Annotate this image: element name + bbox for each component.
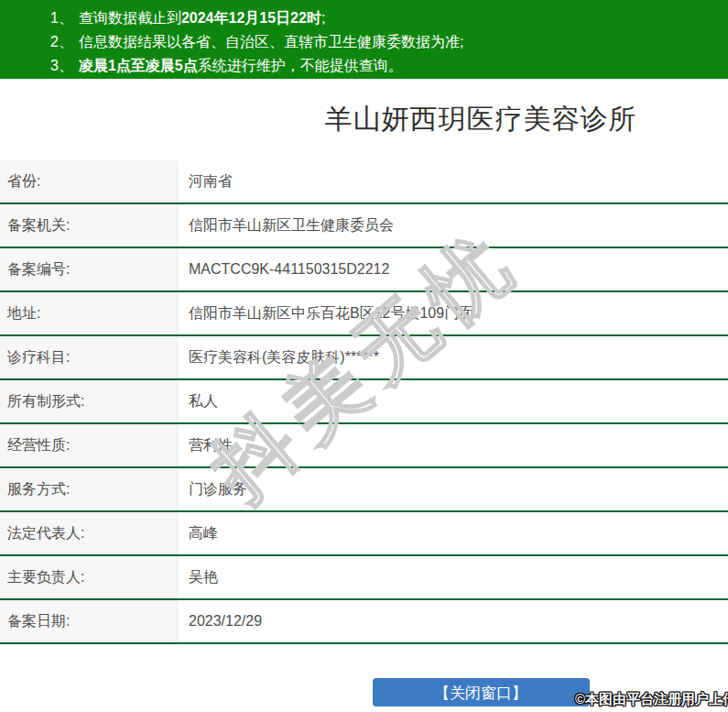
notice-text-bold: 2024年12月15日22时 [181, 10, 321, 26]
field-label: 备案编号: [0, 247, 178, 291]
field-label: 备案机关: [0, 203, 178, 247]
field-value: 营利性 [178, 423, 728, 467]
close-window-button[interactable]: 【关闭窗口】 [373, 678, 590, 707]
table-row: 诊疗科目:医疗美容科(美容皮肤科)****** [0, 335, 728, 379]
table-row: 服务方式:门诊服务 [0, 467, 728, 511]
table-row: 地址:信阳市羊山新区中乐百花B区12号楼109门面 [0, 291, 728, 335]
field-label: 诊疗科目: [0, 335, 178, 379]
field-label: 服务方式: [0, 467, 178, 511]
notice-number: 1、 [50, 10, 73, 26]
field-label: 所有制形式: [0, 379, 178, 423]
field-value: 吴艳 [178, 555, 728, 599]
table-row: 所有制形式:私人 [0, 379, 728, 423]
notice-text: 查询数据截止到 [79, 10, 181, 26]
field-label: 经营性质: [0, 423, 178, 467]
field-value: MACTCC9K-441150315D2212 [178, 247, 728, 291]
field-value: 高峰 [178, 511, 728, 555]
table-row: 备案编号:MACTCC9K-441150315D2212 [0, 247, 728, 291]
notice-text-bold: 凌晨1点至凌晨5点 [79, 58, 198, 73]
upload-note: ©本图由平台注册用户上传 [575, 691, 728, 708]
field-value: 河南省 [178, 160, 728, 203]
notice-line-2: 2、信息数据结果以各省、自治区、直辖市卫生健康委数据为准; [0, 30, 728, 54]
field-label: 地址: [0, 291, 178, 335]
field-label: 主要负责人: [0, 555, 178, 599]
page: 1、查询数据截止到2024年12月15日22时; 2、信息数据结果以各省、自治区… [0, 0, 728, 712]
field-label: 法定代表人: [0, 511, 178, 555]
notice-line-1: 1、查询数据截止到2024年12月15日22时; [0, 6, 728, 30]
table-row: 主要负责人:吴艳 [0, 555, 728, 599]
notice-number: 2、 [50, 34, 73, 49]
field-label: 省份: [0, 160, 178, 203]
table-row: 备案机关:信阳市羊山新区卫生健康委员会 [0, 203, 728, 247]
title-row: 羊山妍西玥医疗美容诊所 [0, 103, 728, 136]
notice-text: 信息数据结果以各省、自治区、直辖市卫生健康委数据为准; [79, 34, 463, 49]
field-value: 信阳市羊山新区中乐百花B区12号楼109门面 [178, 291, 728, 335]
page-title: 羊山妍西玥医疗美容诊所 [325, 104, 637, 134]
notice-text: 系统进行维护，不能提供查询。 [198, 58, 403, 73]
field-value: 医疗美容科(美容皮肤科)****** [178, 335, 728, 379]
notice-number: 3、 [50, 58, 73, 73]
field-value: 私人 [178, 379, 728, 423]
notice-text: ; [321, 10, 325, 26]
field-label: 备案日期: [0, 599, 178, 643]
notice-banner: 1、查询数据截止到2024年12月15日22时; 2、信息数据结果以各省、自治区… [0, 0, 728, 79]
table-row: 法定代表人:高峰 [0, 511, 728, 555]
info-table: 省份:河南省备案机关:信阳市羊山新区卫生健康委员会备案编号:MACTCC9K-4… [0, 160, 728, 644]
table-row: 省份:河南省 [0, 160, 728, 203]
info-table-body: 省份:河南省备案机关:信阳市羊山新区卫生健康委员会备案编号:MACTCC9K-4… [0, 160, 728, 643]
field-value: 2023/12/29 [178, 599, 728, 643]
field-value: 信阳市羊山新区卫生健康委员会 [178, 203, 728, 247]
notice-line-3: 3、凌晨1点至凌晨5点系统进行维护，不能提供查询。 [0, 54, 728, 78]
table-row: 经营性质:营利性 [0, 423, 728, 467]
table-row: 备案日期:2023/12/29 [0, 599, 728, 643]
field-value: 门诊服务 [178, 467, 728, 511]
